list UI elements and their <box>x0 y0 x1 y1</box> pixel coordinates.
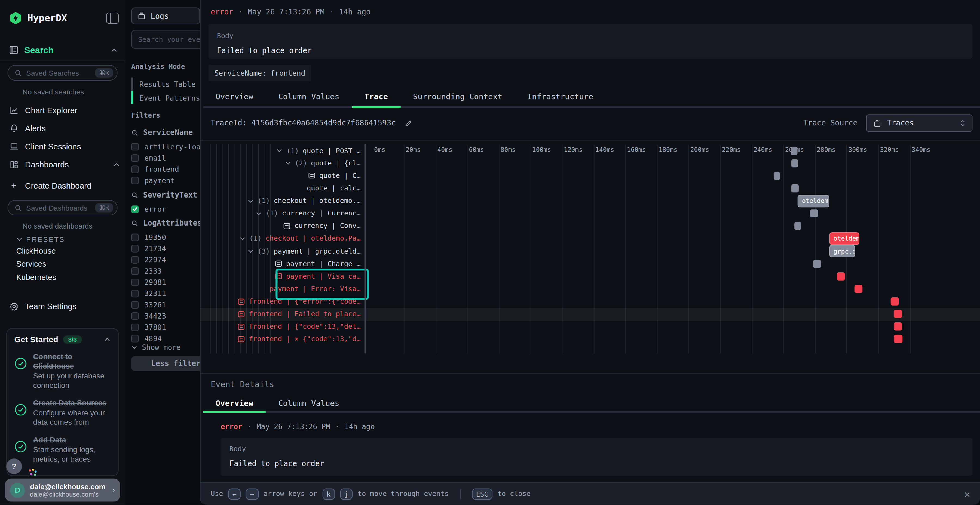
analysis-mode-option-results-table[interactable]: Results Table <box>131 78 200 91</box>
less-filters-button[interactable]: Less filters <box>131 356 200 371</box>
get-started-item[interactable]: Create Data SourcesConfigure where your … <box>14 399 111 427</box>
checkbox[interactable] <box>131 205 139 213</box>
user-menu[interactable]: D dale@clickhouse.com dale@clickhouse.co… <box>5 479 120 502</box>
filter-option-email[interactable]: email <box>131 153 166 162</box>
filter-option-29081[interactable]: 29081 <box>131 277 166 286</box>
filter-option-error[interactable]: error <box>131 204 166 214</box>
show-more-button[interactable]: Show more <box>131 343 181 351</box>
checkbox[interactable] <box>131 245 139 252</box>
checkbox[interactable] <box>131 256 139 264</box>
tab-overview[interactable]: Overview <box>203 86 266 106</box>
search-icon[interactable] <box>131 129 138 136</box>
filter-option-34423[interactable]: 34423 <box>131 311 166 320</box>
span-bar[interactable] <box>837 272 845 281</box>
span-bar[interactable] <box>894 310 902 318</box>
span-row[interactable]: frontend | {"code":13,"det… <box>200 320 361 333</box>
span-bar[interactable]: grpc.o <box>829 245 855 257</box>
event-details-tab-column-values[interactable]: Column Values <box>266 395 352 411</box>
collapse-sidebar-icon[interactable] <box>106 13 119 24</box>
checkbox[interactable] <box>131 278 139 286</box>
get-started-item[interactable]: Add DataStart sending logs, metrics, or … <box>14 435 111 464</box>
sidebar-item-alerts[interactable]: Alerts <box>9 121 120 135</box>
filter-option-2333[interactable]: 2333 <box>131 266 162 275</box>
help-button[interactable]: ? <box>6 459 22 474</box>
create-dashboard-button[interactable]: + Create Dashboard <box>9 179 120 193</box>
checkbox[interactable] <box>131 267 139 275</box>
source-select-button[interactable]: Logs <box>131 8 200 24</box>
event-search-input[interactable]: Search your events <box>131 30 200 49</box>
tab-trace[interactable]: Trace <box>352 86 401 106</box>
span-bar[interactable]: oteldem <box>798 195 829 207</box>
span-row[interactable]: frontend | × {"code":13,"d… <box>200 333 361 345</box>
checkbox[interactable] <box>131 334 139 342</box>
span-bar[interactable] <box>791 159 798 167</box>
sidebar-item-client-sessions[interactable]: Client Sessions <box>9 139 120 153</box>
span-row[interactable]: quote | C… <box>200 170 361 182</box>
checkbox[interactable] <box>131 301 139 308</box>
span-row[interactable]: (1)currency | Currenc… <box>200 207 361 219</box>
checkbox[interactable] <box>131 289 139 297</box>
filter-option-artillery-loa[interactable]: artillery-loa <box>131 142 200 151</box>
span-bar[interactable] <box>813 260 821 268</box>
span-bar[interactable] <box>810 209 818 218</box>
checkbox[interactable] <box>131 165 139 173</box>
span-row[interactable]: (1)checkout | oteldemo.Pa… <box>200 232 361 245</box>
edit-icon[interactable] <box>404 119 413 127</box>
saved-searches-input[interactable]: Saved Searches ⌘K <box>8 65 118 81</box>
filter-option-33261[interactable]: 33261 <box>131 300 166 309</box>
tab-infrastructure[interactable]: Infrastructure <box>515 86 606 106</box>
span-bar[interactable] <box>774 172 780 180</box>
checkbox[interactable] <box>131 233 139 241</box>
checkbox[interactable] <box>131 176 139 184</box>
tab-column-values[interactable]: Column Values <box>266 86 352 106</box>
preset-item-clickhouse[interactable]: ClickHouse <box>16 247 56 256</box>
chevron-up-icon[interactable] <box>111 46 117 53</box>
span-row[interactable]: (1)quote | POST … <box>200 144 361 157</box>
chevron-down-icon[interactable] <box>247 198 254 204</box>
span-bar[interactable]: oteldem <box>829 232 859 245</box>
trace-source-select[interactable]: Traces <box>866 114 972 132</box>
preset-item-services[interactable]: Services <box>16 260 46 268</box>
saved-dashboards-input[interactable]: Saved Dashboards ⌘K <box>8 200 118 216</box>
team-settings-button[interactable]: Team Settings <box>9 299 120 313</box>
checkbox[interactable] <box>131 143 139 151</box>
span-row[interactable]: payment | Charge … <box>200 257 361 270</box>
checkbox[interactable] <box>131 154 139 162</box>
filter-option-19350[interactable]: 19350 <box>131 232 166 241</box>
chevron-down-icon[interactable] <box>239 235 245 241</box>
service-name-chip[interactable]: ServiceName: frontend <box>208 65 312 81</box>
tree-scrollbar[interactable] <box>364 144 366 353</box>
span-row[interactable]: (2)quote | {cl… <box>200 157 361 169</box>
close-icon[interactable]: ✕ <box>964 488 970 499</box>
chevron-down-icon[interactable] <box>285 160 291 166</box>
span-row[interactable]: (3)payment | grpc.oteld… <box>200 245 361 257</box>
filter-option-37801[interactable]: 37801 <box>131 322 166 332</box>
span-row[interactable]: currency | Conv… <box>200 220 361 232</box>
span-bar[interactable] <box>891 297 899 306</box>
sidebar-item-dashboards[interactable]: Dashboards <box>9 157 120 172</box>
search-icon[interactable] <box>131 219 138 226</box>
analysis-mode-option-event-patterns[interactable]: Event Patterns <box>131 91 200 104</box>
filter-option-frontend[interactable]: frontend <box>131 164 179 173</box>
sidebar-section-search[interactable]: Search <box>9 43 117 57</box>
tab-surrounding-context[interactable]: Surrounding Context <box>401 86 515 106</box>
sidebar-item-chart-explorer[interactable]: Chart Explorer <box>9 103 120 117</box>
chevron-down-icon[interactable] <box>277 148 283 154</box>
span-row[interactable]: quote | calc… <box>200 182 361 195</box>
span-bar[interactable] <box>894 335 903 343</box>
span-row[interactable]: frontend | Failed to place… <box>200 308 361 320</box>
filter-option-21734[interactable]: 21734 <box>131 243 166 253</box>
filter-option-22974[interactable]: 22974 <box>131 255 166 264</box>
event-details-tab-overview[interactable]: Overview <box>203 395 266 411</box>
filter-option-payment[interactable]: payment <box>131 176 175 185</box>
span-bar[interactable] <box>791 184 799 192</box>
filter-option-4894[interactable]: 4894 <box>131 333 162 343</box>
checkbox[interactable] <box>131 312 139 320</box>
span-bar[interactable] <box>894 322 902 330</box>
chevron-down-icon[interactable] <box>247 248 254 254</box>
span-row[interactable]: (1)checkout | oteldemo.… <box>200 195 361 207</box>
checkbox[interactable] <box>131 323 139 331</box>
filter-option-32311[interactable]: 32311 <box>131 289 166 298</box>
preset-item-kubernetes[interactable]: Kubernetes <box>16 273 56 282</box>
chevron-down-icon[interactable] <box>256 210 262 217</box>
